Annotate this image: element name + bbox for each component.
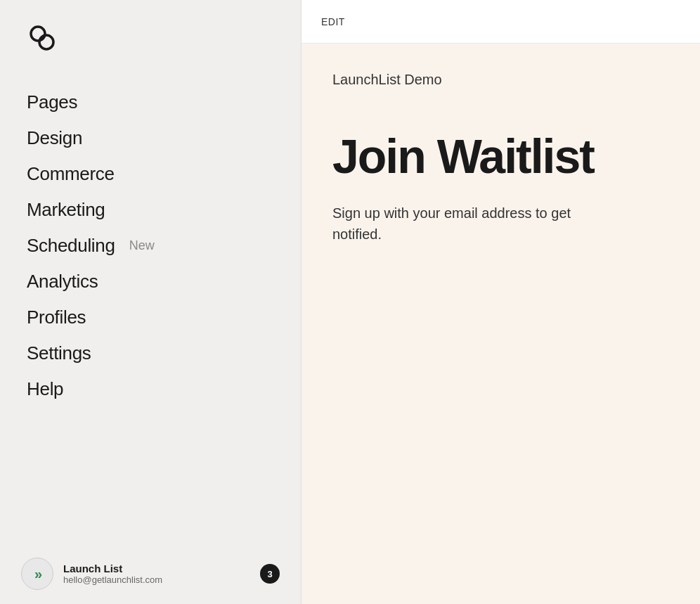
sidebar-item-help[interactable]: Help [0,371,301,407]
sidebar-item-pages[interactable]: Pages [0,84,301,120]
sidebar-item-settings[interactable]: Settings [0,335,301,371]
edit-button[interactable]: EDIT [321,16,345,27]
avatar-icon: » [34,566,40,582]
svg-point-1 [39,35,53,49]
preview-area: LaunchList Demo Join Waitlist Sign up wi… [302,44,700,604]
sidebar-item-scheduling[interactable]: Scheduling New [0,228,301,264]
sidebar: Pages Design Commerce Marketing Scheduli… [0,0,301,604]
sidebar-footer[interactable]: » Launch List hello@getlaunchlist.com 3 [0,544,301,604]
avatar: » [21,558,53,590]
sidebar-item-design[interactable]: Design [0,120,301,156]
preview-subtext: Sign up with your email address to get n… [332,203,614,245]
sidebar-navigation: Pages Design Commerce Marketing Scheduli… [0,70,301,544]
notification-badge[interactable]: 3 [260,564,280,584]
sidebar-item-commerce[interactable]: Commerce [0,156,301,192]
preview-headline: Join Waitlist [332,130,669,183]
squarespace-logo-icon [27,23,58,53]
toolbar: EDIT [302,0,700,44]
footer-user-info: Launch List hello@getlaunchlist.com [63,563,250,585]
sidebar-item-analytics[interactable]: Analytics [0,264,301,300]
site-name: LaunchList Demo [332,72,669,88]
sidebar-item-marketing[interactable]: Marketing [0,192,301,228]
logo-area[interactable] [0,0,301,70]
svg-point-0 [31,27,45,41]
sidebar-item-profiles[interactable]: Profiles [0,300,301,335]
main-content: EDIT LaunchList Demo Join Waitlist Sign … [301,0,700,604]
